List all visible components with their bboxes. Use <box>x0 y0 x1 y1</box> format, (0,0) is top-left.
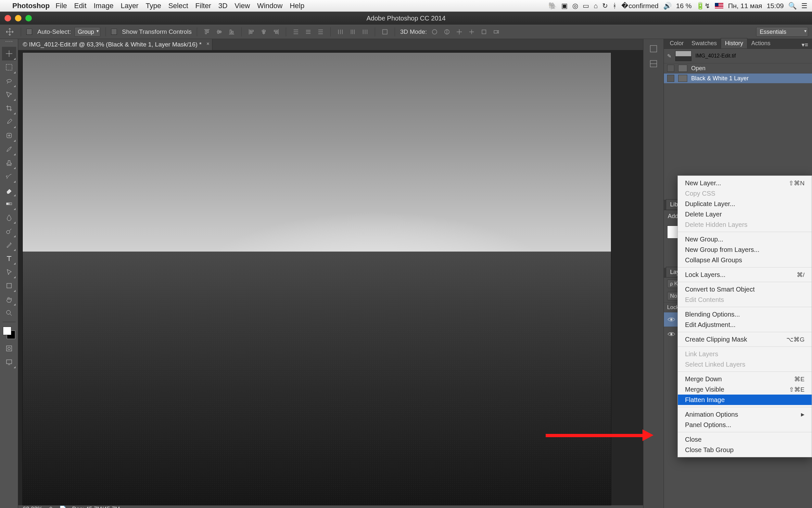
type-tool[interactable] <box>2 252 16 265</box>
3d-orbit-icon[interactable] <box>430 28 439 36</box>
color-swatch[interactable] <box>3 327 15 339</box>
align-hcenter-icon[interactable] <box>259 28 268 36</box>
quick-mask-tool[interactable] <box>2 342 16 355</box>
path-select-tool[interactable] <box>2 265 16 279</box>
brush-tool[interactable] <box>2 142 16 156</box>
timemachine-icon[interactable]: ↻ <box>602 2 608 10</box>
stamp-tool[interactable] <box>2 156 16 170</box>
menu-select[interactable]: Select <box>168 2 188 10</box>
zoom-level[interactable]: 63,32% <box>23 506 43 508</box>
blur-tool[interactable] <box>2 211 16 224</box>
auto-align-icon[interactable] <box>380 28 389 36</box>
menu-layer[interactable]: Layer <box>121 2 138 10</box>
battery-icon[interactable]: 🔋↯ <box>696 2 710 10</box>
window-minimize-button[interactable] <box>15 15 21 22</box>
context-menu-item[interactable]: Edit Adjustment... <box>678 320 812 330</box>
input-flag-icon[interactable] <box>715 3 723 8</box>
history-source-checkbox[interactable] <box>667 75 674 82</box>
eye-icon[interactable] <box>667 331 676 337</box>
context-menu-item[interactable]: Blending Options... <box>678 309 812 320</box>
screen-mode-tool[interactable] <box>2 355 16 369</box>
history-item[interactable]: Black & White 1 Layer <box>664 73 812 83</box>
align-right-icon[interactable] <box>272 28 281 36</box>
date-text[interactable]: Пн, 11 мая <box>728 2 762 10</box>
history-snapshot-thumb[interactable] <box>675 51 691 61</box>
eye-icon[interactable] <box>667 316 676 323</box>
tab-swatches[interactable]: Swatches <box>687 38 721 48</box>
crop-tool[interactable] <box>2 101 16 115</box>
distribute-top-icon[interactable] <box>291 28 300 36</box>
context-menu-item[interactable]: Create Clipping Mask⌥⌘G <box>678 334 812 344</box>
notification-icon[interactable]: ☰ <box>801 2 807 10</box>
window-maximize-button[interactable] <box>25 15 32 22</box>
3d-scale-icon[interactable] <box>479 28 488 36</box>
context-menu-item[interactable]: Merge Down⌘E <box>678 374 812 384</box>
auto-select-dropdown[interactable]: Group <box>75 27 100 37</box>
menu-image[interactable]: Image <box>94 2 113 10</box>
move-tool[interactable] <box>2 47 16 60</box>
context-menu-item[interactable]: Duplicate Layer... <box>678 199 812 209</box>
tab-color[interactable]: Color <box>666 38 687 48</box>
align-left-icon[interactable] <box>247 28 256 36</box>
menu-edit[interactable]: Edit <box>74 2 86 10</box>
workspace-dropdown[interactable]: Essentials <box>756 27 808 37</box>
context-menu-item[interactable]: Delete Layer <box>678 209 812 219</box>
history-brush-tool[interactable] <box>2 170 16 183</box>
airplay-icon[interactable]: ⌂ <box>594 2 598 10</box>
tab-history[interactable]: History <box>721 38 747 48</box>
distribute-bottom-icon[interactable] <box>316 28 325 36</box>
app-name[interactable]: Photoshop <box>12 2 50 10</box>
distribute-right-icon[interactable] <box>361 28 370 36</box>
distribute-left-icon[interactable] <box>336 28 345 36</box>
wifi-icon[interactable]: �confirmed <box>621 2 658 10</box>
window-close-button[interactable] <box>5 15 11 22</box>
align-bottom-icon[interactable] <box>227 28 236 36</box>
spotlight-icon[interactable]: 🔍 <box>788 2 797 10</box>
distribute-vcenter-icon[interactable] <box>304 28 313 36</box>
tools-grip[interactable] <box>2 41 16 45</box>
tab-actions[interactable]: Actions <box>747 38 774 48</box>
share-icon[interactable]: ⇪ <box>48 505 53 508</box>
show-transform-checkbox[interactable] <box>111 29 117 35</box>
menu-view[interactable]: View <box>235 2 250 10</box>
quick-select-tool[interactable] <box>2 88 16 101</box>
menu-type[interactable]: Type <box>145 2 161 10</box>
eraser-tool[interactable] <box>2 183 16 197</box>
history-item[interactable]: Open <box>664 63 812 73</box>
context-menu-item[interactable]: New Layer...⇧⌘N <box>678 178 812 188</box>
align-vcenter-icon[interactable] <box>215 28 224 36</box>
display-icon[interactable]: ▭ <box>583 2 589 10</box>
3d-camera-icon[interactable] <box>492 28 501 36</box>
context-menu-item[interactable]: Collapse All Groups <box>678 255 812 265</box>
healing-tool[interactable] <box>2 129 16 142</box>
3d-slide-icon[interactable] <box>467 28 476 36</box>
auto-select-checkbox[interactable] <box>26 29 32 35</box>
close-tab-icon[interactable]: × <box>206 41 209 47</box>
doc-info-icon[interactable]: 📄 <box>59 505 66 508</box>
bluetooth-icon[interactable]: ᚼ <box>613 2 617 10</box>
time-text[interactable]: 15:09 <box>767 2 784 10</box>
shape-tool[interactable] <box>2 279 16 293</box>
zoom-tool[interactable] <box>2 306 16 320</box>
eyedropper-tool[interactable] <box>2 115 16 129</box>
canvas[interactable] <box>23 53 611 505</box>
menu-help[interactable]: Help <box>290 2 304 10</box>
distribute-hcenter-icon[interactable] <box>348 28 357 36</box>
context-menu-item[interactable]: Close <box>678 434 812 444</box>
lasso-tool[interactable] <box>2 74 16 88</box>
volume-icon[interactable]: 🔊 <box>663 2 672 10</box>
context-menu-item[interactable]: New Group from Layers... <box>678 244 812 255</box>
align-top-icon[interactable] <box>202 28 211 36</box>
pen-tool[interactable] <box>2 238 16 252</box>
panel-menu-icon[interactable]: ▾≡ <box>800 41 810 48</box>
context-menu-item[interactable]: Animation Options <box>678 409 812 420</box>
collapsed-panel-icon-2[interactable] <box>647 57 660 70</box>
menu-filter[interactable]: Filter <box>195 2 211 10</box>
menu-file[interactable]: File <box>55 2 67 10</box>
context-menu-item[interactable]: Close Tab Group <box>678 444 812 455</box>
menu-3d[interactable]: 3D <box>218 2 227 10</box>
context-menu-item[interactable]: Convert to Smart Object <box>678 284 812 294</box>
menu-window[interactable]: Window <box>257 2 283 10</box>
cc-icon[interactable]: ◎ <box>572 2 578 10</box>
3d-pan-icon[interactable] <box>455 28 464 36</box>
